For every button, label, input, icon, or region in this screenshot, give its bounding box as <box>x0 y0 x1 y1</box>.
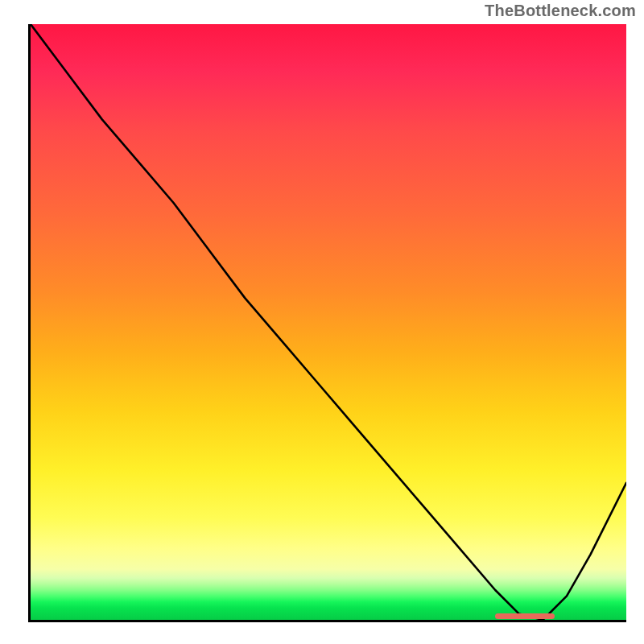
marker-segment <box>495 613 555 619</box>
plot-area <box>28 24 626 622</box>
bottleneck-curve <box>31 24 626 620</box>
chart-canvas: TheBottleneck.com <box>0 0 644 644</box>
attribution-text: TheBottleneck.com <box>485 2 636 20</box>
line-chart <box>31 24 626 620</box>
